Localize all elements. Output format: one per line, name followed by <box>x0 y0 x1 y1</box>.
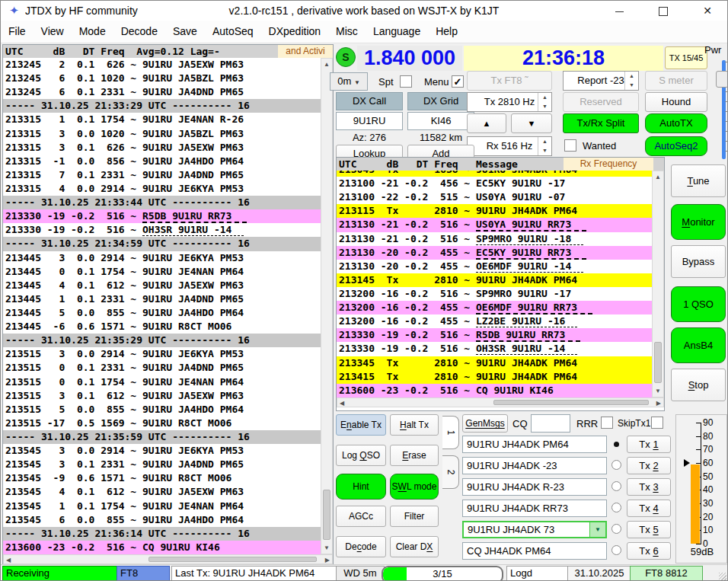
tx5-message-combo[interactable]: 9U1RU JH4ADK 73 ▼ <box>462 521 607 538</box>
decode-row[interactable]: 213600 -23 -0.2 516 ~ CQ 9U1RU KI46 <box>337 384 652 397</box>
tx4-radio[interactable] <box>611 503 621 512</box>
decode-row[interactable]: 213200 -16 -0.2 455 ~ LZ2BE 9U1RU -16 <box>337 314 652 328</box>
frequency-display[interactable]: 1.840 000 <box>357 46 462 71</box>
decode-row[interactable]: 213415 Tx 2810 ~ 9U1RU JH4ADK PM64 <box>337 370 652 384</box>
tx6-button[interactable]: Tx 6 <box>627 542 671 560</box>
freq-down-button[interactable]: ▼ <box>511 113 552 133</box>
scroll-thumb[interactable] <box>323 490 330 540</box>
decode-row[interactable]: 213200 -16 -0.2 455 ~ OE6MDF 9U1RU RR73 <box>337 301 652 314</box>
spinner-arrows-icon[interactable]: ▲▼ <box>624 72 638 90</box>
band-selector[interactable]: 0m ▼ <box>330 72 368 91</box>
agcc-button[interactable]: AGCc <box>336 506 386 527</box>
decode-row[interactable]: 213315 7 0.1 2331 ~ 9U1RU JA4DND PM65 <box>3 168 321 182</box>
auto-tx-button[interactable]: AutoTX <box>645 113 707 133</box>
decode-row[interactable]: 213130 -21 -0.2 516 ~ US0YA 9U1RU RR73 <box>337 218 652 231</box>
tx5-button[interactable]: Tx 5 <box>627 521 671 538</box>
filter-button[interactable]: Filter <box>390 506 439 527</box>
monitor-button[interactable]: Monitor <box>671 204 726 240</box>
rx-freq-spinner[interactable]: Rx 516 Hz ▲▼ <box>467 136 552 156</box>
tx1-radio-selected[interactable] <box>614 442 619 447</box>
decode-row[interactable]: 213245 6 0.1 1020 ~ 9U1RU JA5BZL PM63 <box>3 72 321 85</box>
erase-button[interactable]: Erase <box>390 445 439 466</box>
log-qso-button[interactable]: Log QSO <box>336 445 386 466</box>
decode-row[interactable]: 213330 -19 -0.2 516 ~ R5DB 9U1RU RR73 <box>337 328 652 342</box>
resize-grip[interactable] <box>719 573 726 580</box>
menu-item-file[interactable]: File <box>1 21 34 43</box>
rx-frequency-vscrollbar[interactable]: ▲ ▼ <box>652 171 664 397</box>
decode-row[interactable]: 213130 -21 -0.2 516 ~ SP9MRO 9U1RU -18 <box>337 232 652 246</box>
rx-frequency-hscrollbar[interactable]: ◀ ▶ <box>337 397 664 407</box>
scroll-thumb[interactable] <box>654 342 662 383</box>
scroll-up-icon[interactable]: ▲ <box>321 61 332 68</box>
menu-checkbox[interactable]: ✓ <box>452 75 464 88</box>
tx2-radio[interactable] <box>611 460 621 470</box>
decode-row[interactable]: 213100 -21 -0.2 456 ~ EC5KY 9U1RU -17 <box>337 177 652 190</box>
tx2-button[interactable]: Tx 2 <box>627 457 671 474</box>
bypass-button[interactable]: Bypass <box>671 245 726 278</box>
decode-button[interactable]: Decode <box>336 536 386 557</box>
tx6-message-field[interactable]: CQ JH4ADK PM64 <box>462 542 607 560</box>
menu-item-misc[interactable]: Misc <box>328 21 366 43</box>
menu-item-language[interactable]: Language <box>366 21 428 43</box>
decode-row[interactable]: 213330 -19 -0.2 516 ~ OH3SR 9U1RU -14 <box>3 223 321 237</box>
skiptx1-checkbox[interactable] <box>651 417 663 429</box>
tx3-button[interactable]: Tx 3 <box>627 478 671 496</box>
tx4-message-field[interactable]: 9U1RU JH4ADK RR73 <box>462 500 607 517</box>
tx-freq-spinner[interactable]: Tx 2810 Hz ▲▼ <box>467 92 552 112</box>
scroll-thumb[interactable] <box>148 557 318 562</box>
cq-input[interactable] <box>531 414 570 433</box>
decode-row[interactable]: 213100 -22 -0.2 515 ~ US0YA 9U1RU -07 <box>337 190 652 204</box>
close-button[interactable]: ✕ <box>690 1 725 21</box>
halt-tx-button[interactable]: Halt Tx <box>390 414 439 436</box>
decode-row[interactable]: 213545 4 0.1 612 ~ 9U1RU JA5EXW PM63 <box>3 485 321 499</box>
spt-checkbox[interactable] <box>400 75 412 88</box>
decode-row[interactable]: 213545 -9 0.6 1571 ~ 9U1RU R8CT MO06 <box>3 471 321 485</box>
one-qso-button[interactable]: 1 QSO <box>671 286 726 322</box>
chevron-down-icon[interactable]: ▼ <box>589 522 605 537</box>
spinner-arrows-icon[interactable]: ▲▼ <box>538 93 551 111</box>
decode-row[interactable]: 213515 3 0.0 2914 ~ 9U1RU JE6KYA PM53 <box>3 347 321 361</box>
stop-button[interactable]: Stop <box>671 369 726 401</box>
decode-row[interactable]: 213315 4 0.0 2914 ~ 9U1RU JE6KYA PM53 <box>3 182 321 196</box>
decode-row[interactable]: 213130 -20 -0.2 455 ~ EC5KY 9U1RU RR73 <box>337 246 652 260</box>
decode-row[interactable]: 213245 2 0.1 626 ~ 9U1RU JA5EXW PM63 <box>3 58 321 72</box>
band-activity-hscrollbar[interactable]: ◀ ▶ <box>3 554 333 564</box>
decode-row[interactable]: 213515 5 0.0 855 ~ 9U1RU JA4HDO PM64 <box>3 403 321 417</box>
decode-row[interactable]: 213515 -17 0.5 1569 ~ 9U1RU R8CT MO06 <box>3 417 321 430</box>
tx-rx-split-button[interactable]: Tx/Rx Split <box>563 113 639 133</box>
hint-button[interactable]: Hint <box>336 474 386 500</box>
decode-row[interactable]: 213345 Tx 2810 ~ 9U1RU JH4ADK PM64 <box>337 356 652 370</box>
scroll-left-icon[interactable]: ◀ <box>340 400 344 407</box>
decode-row[interactable]: 213600 -23 -0.2 516 ~ CQ 9U1RU KI46 <box>3 541 321 554</box>
decode-row[interactable]: 213545 6 0.0 855 ~ 9U1RU JA4HDO PM64 <box>3 513 321 527</box>
hound-button[interactable]: Hound <box>645 92 707 112</box>
ansb4-button[interactable]: AnsB4 <box>671 327 726 363</box>
scroll-right-icon[interactable]: ▶ <box>656 400 661 407</box>
minimize-button[interactable] <box>602 1 637 21</box>
scroll-left-icon[interactable]: ◀ <box>6 557 11 563</box>
tx5-radio[interactable] <box>611 524 621 534</box>
decode-row[interactable]: 213115 Tx 2810 ~ 9U1RU JH4ADK PM64 <box>337 204 652 218</box>
decode-row[interactable]: 213315 1 0.1 1754 ~ 9U1RU JE4NAN R-26 <box>3 113 321 126</box>
decode-row[interactable]: 213330 -19 -0.2 516 ~ OH3SR 9U1RU -14 <box>337 342 652 356</box>
clear-dx-button[interactable]: Clear DX <box>390 536 439 557</box>
decode-row[interactable]: 213145 Tx 2810 ~ 9U1RU JH4ADK PM64 <box>337 273 652 287</box>
decode-row[interactable]: 213515 0 0.1 2331 ~ 9U1RU JA4DND PM65 <box>3 361 321 375</box>
menu-item-dxpedition[interactable]: DXpedition <box>261 21 329 43</box>
decode-row[interactable]: 213200 -16 -0.2 516 ~ SP9MRO 9U1RU -17 <box>337 287 652 301</box>
menu-item-view[interactable]: View <box>34 21 72 43</box>
dx-grid-field[interactable]: KI46 <box>407 112 474 130</box>
menu-item-decode[interactable]: Decode <box>113 21 165 43</box>
decode-row[interactable]: 213445 5 0.0 855 ~ 9U1RU JA4HDO PM64 <box>3 306 321 320</box>
tx2-message-field[interactable]: 9U1RU JH4ADK -23 <box>462 457 607 474</box>
decode-row[interactable]: 213445 4 0.1 612 ~ 9U1RU JA5EXW PM63 <box>3 279 321 292</box>
tx3-radio[interactable] <box>611 481 621 491</box>
decode-row[interactable]: 213330 -19 -0.2 516 ~ R5DB 9U1RU RR73 <box>3 209 321 223</box>
decode-row[interactable]: 213515 3 0.1 612 ~ 9U1RU JA5EXW PM63 <box>3 389 321 403</box>
decode-row[interactable]: 213315 -1 0.0 856 ~ 9U1RU JA4HDO PM64 <box>3 155 321 168</box>
decode-row[interactable]: 213445 0 0.1 1754 ~ 9U1RU JE4NAN PM64 <box>3 265 321 279</box>
tx1-message-field[interactable]: 9U1RU JH4ADK PM64 <box>462 436 607 453</box>
decode-row[interactable]: 213130 -20 -0.2 455 ~ OE6MDF 9U1RU -14 <box>337 260 652 273</box>
freq-up-button[interactable]: ▲ <box>467 113 506 133</box>
tune-button[interactable]: Tune <box>671 164 726 197</box>
